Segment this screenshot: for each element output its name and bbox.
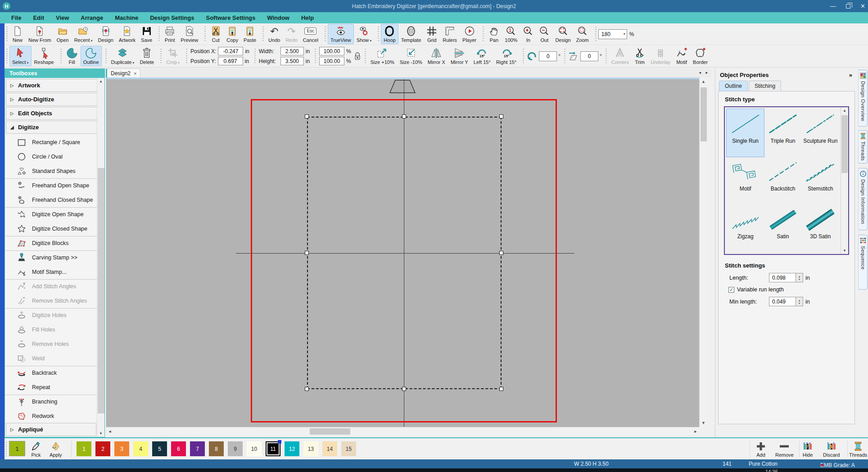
mirror-x-button[interactable]: Mirror X bbox=[425, 46, 448, 67]
zoom-design-button[interactable]: Design bbox=[552, 24, 573, 45]
height-field[interactable]: 3.500 bbox=[280, 57, 304, 65]
recent-button[interactable]: Recent▾ bbox=[72, 24, 95, 45]
palette-swatch-10[interactable]: 10 bbox=[247, 441, 262, 456]
apply-color-button[interactable]: Apply bbox=[50, 440, 62, 458]
palette-swatch-2[interactable]: 2 bbox=[95, 441, 110, 456]
scroll-up-arrow[interactable]: ▲ bbox=[97, 78, 104, 85]
motif-button[interactable]: Motif bbox=[673, 46, 690, 67]
add-color-button[interactable]: Add bbox=[755, 440, 766, 458]
menu-design-settings[interactable]: Design Settings bbox=[145, 14, 199, 22]
stitch-type-stemstitch[interactable]: Stemstitch bbox=[802, 157, 839, 204]
scroll-down-arrow[interactable]: ▼ bbox=[97, 430, 104, 437]
tool-carving-stamp[interactable]: Carving Stamp >> bbox=[5, 250, 98, 265]
tool-freehand-closed-shape[interactable]: Freehand Closed Shape bbox=[5, 193, 98, 207]
outline-mode-button[interactable]: Outline bbox=[81, 46, 102, 67]
tab-close-icon[interactable]: × bbox=[134, 71, 136, 76]
tool-digitize-blocks[interactable]: Digitize Blocks bbox=[5, 236, 98, 250]
zoom-factor-combobox[interactable]: 180 ▾ bbox=[598, 29, 627, 39]
width-field[interactable]: 2.500 bbox=[280, 47, 304, 55]
section-applique[interactable]: ▷Appliqué bbox=[6, 423, 96, 436]
menu-software-settings[interactable]: Software Settings bbox=[201, 14, 260, 22]
pick-color-button[interactable]: Pick bbox=[31, 440, 41, 458]
tool-branching[interactable]: Branching bbox=[5, 395, 98, 409]
palette-swatch-12[interactable]: 12 bbox=[285, 441, 299, 456]
min-length-field[interactable]: 0.049 bbox=[769, 297, 796, 306]
remove-color-button[interactable]: Remove bbox=[775, 440, 794, 458]
variable-run-length-checkbox[interactable]: ✓ bbox=[728, 287, 734, 293]
palette-swatch-7[interactable]: 7 bbox=[190, 441, 205, 456]
save-button[interactable]: Save bbox=[138, 24, 155, 45]
palette-swatch-4[interactable]: 4 bbox=[133, 441, 148, 456]
selection-handle-sw[interactable] bbox=[305, 387, 309, 391]
selection-handle-e[interactable] bbox=[499, 251, 503, 255]
panel-collapse-icon[interactable]: » bbox=[849, 72, 852, 78]
grid-toggle[interactable]: Grid bbox=[424, 24, 440, 45]
hscroll-thumb[interactable] bbox=[310, 428, 350, 435]
minimize-button[interactable]: — bbox=[830, 3, 836, 9]
zoom-combobox-caret[interactable]: ▾ bbox=[624, 32, 625, 36]
fill-mode-button[interactable]: Fill bbox=[63, 46, 81, 67]
palette-swatch-11-selected[interactable]: 11 bbox=[266, 441, 280, 456]
stitch-type-zigzag[interactable]: Zigzag bbox=[727, 204, 764, 252]
reshape-tool[interactable]: Reshape bbox=[32, 46, 57, 67]
stitch-type-triple-run[interactable]: Triple Run bbox=[764, 109, 801, 157]
copy-button[interactable]: Copy bbox=[224, 24, 241, 45]
tool-backtrack[interactable]: Backtrack bbox=[5, 366, 98, 380]
tool-redwork[interactable]: Redwork bbox=[5, 409, 98, 423]
rotate-left-15-button[interactable]: 15° Left 15° bbox=[471, 46, 493, 67]
duplicate-button[interactable]: Duplicate▾ bbox=[108, 46, 137, 67]
menu-edit[interactable]: Edit bbox=[28, 14, 49, 22]
cancel-button[interactable]: Esc Cancel bbox=[300, 24, 321, 45]
palette-swatch-9[interactable]: 9 bbox=[228, 441, 243, 456]
insert-design-button[interactable]: Design bbox=[95, 24, 116, 45]
preview-button[interactable]: Preview bbox=[178, 24, 201, 45]
border-button[interactable]: Border bbox=[690, 46, 710, 67]
trim-button[interactable]: Trim bbox=[632, 46, 648, 67]
print-button[interactable]: Print bbox=[162, 24, 178, 45]
position-x-field[interactable]: -0.247 bbox=[218, 47, 243, 55]
scrollbar-thumb[interactable] bbox=[841, 115, 848, 173]
rulers-toggle[interactable]: Rulers bbox=[440, 24, 460, 45]
tab-threads[interactable]: Threads bbox=[858, 130, 868, 163]
palette-swatch-3[interactable]: 3 bbox=[114, 441, 129, 456]
min-length-spinner[interactable]: ▲▼ bbox=[796, 297, 803, 306]
section-edit-objects[interactable]: ▷Edit Objects bbox=[6, 107, 103, 120]
selection-handle-ne[interactable] bbox=[499, 114, 503, 118]
palette-swatch-8[interactable]: 8 bbox=[209, 441, 224, 456]
current-color-swatch[interactable]: 1 bbox=[9, 441, 25, 456]
menu-machine[interactable]: Machine bbox=[110, 14, 143, 22]
tool-motif-stamp[interactable]: Motif Stamp... bbox=[5, 265, 98, 279]
trueview-toggle[interactable]: TrueView bbox=[328, 24, 354, 45]
scale-y-field[interactable]: 100.00 bbox=[319, 57, 344, 65]
tab-stitching[interactable]: Stitching bbox=[749, 81, 781, 91]
palette-swatch-15[interactable]: 15 bbox=[341, 441, 356, 456]
zoom-in-button[interactable]: In bbox=[520, 24, 536, 45]
section-artwork[interactable]: ▷Artwork bbox=[6, 79, 103, 92]
rotate-by-field[interactable]: 0 bbox=[539, 51, 557, 61]
tool-digitize-open-shape[interactable]: Digitize Open Shape bbox=[5, 207, 98, 222]
menu-view[interactable]: View bbox=[51, 14, 74, 22]
section-auto-digitize[interactable]: ▷Auto-Digitize bbox=[6, 93, 103, 106]
cut-button[interactable]: Cut bbox=[208, 24, 224, 45]
vscroll-thumb[interactable] bbox=[701, 87, 707, 141]
hide-colors-button[interactable]: Hide bbox=[802, 440, 813, 458]
zoom-out-button[interactable]: Out bbox=[536, 24, 552, 45]
rotate-right-15-button[interactable]: 15° Right 15° bbox=[493, 46, 519, 67]
skew-field[interactable]: 0 bbox=[580, 51, 598, 61]
scroll-right-arrow[interactable]: ► bbox=[692, 429, 699, 434]
new-button[interactable]: New bbox=[9, 24, 26, 45]
size-up-button[interactable]: Size +10% bbox=[368, 46, 397, 67]
scroll-down-arrow[interactable]: ▼ bbox=[700, 421, 707, 425]
size-down-button[interactable]: Size -10% bbox=[397, 46, 425, 67]
tab-scroll-arrows[interactable]: ◂ ▸ bbox=[699, 70, 710, 75]
threads-button[interactable]: Threads bbox=[849, 440, 867, 458]
open-button[interactable]: Open bbox=[54, 24, 72, 45]
tab-sequence[interactable]: Sequence bbox=[858, 235, 868, 290]
discard-colors-button[interactable]: Discard bbox=[823, 440, 840, 458]
tool-rectangle-square[interactable]: Rectangle / Square bbox=[5, 135, 98, 150]
tool-digitize-closed-shape[interactable]: Digitize Closed Shape bbox=[5, 222, 98, 236]
tool-freehand-open-shape[interactable]: Freehand Open Shape bbox=[5, 178, 98, 193]
stitch-type-motif[interactable]: Motif bbox=[727, 157, 764, 204]
menu-help[interactable]: Help bbox=[296, 14, 319, 22]
scroll-left-arrow[interactable]: ◄ bbox=[106, 429, 113, 434]
